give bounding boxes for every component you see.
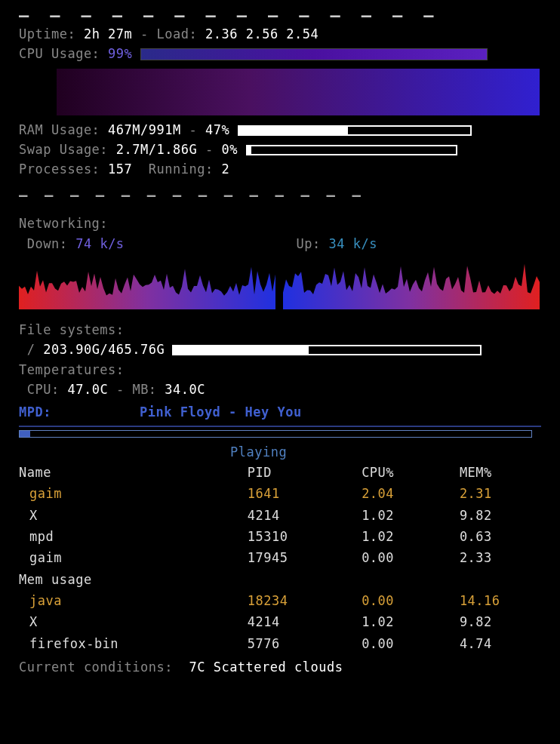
cpu-label: CPU Usage: <box>19 46 100 61</box>
proc-pid: 1641 <box>248 483 362 504</box>
up-graph <box>283 258 540 309</box>
temp-cpu-label: CPU: <box>27 382 60 397</box>
temp-cpu-value: 47.0C <box>67 382 108 397</box>
load-label: Load: <box>157 26 198 42</box>
proc-pid: 4214 <box>248 505 362 526</box>
proc-pid: 17945 <box>248 547 362 568</box>
col-pid: PID <box>248 462 362 483</box>
ram-bar <box>238 125 472 136</box>
cpu-row: CPU Usage: 99% <box>19 44 541 63</box>
temp-label: Temperatures: <box>19 360 541 380</box>
table-row: X 4214 1.02 9.82 <box>19 505 541 526</box>
fs-root-label: / <box>27 342 35 357</box>
proc-cpu: 1.02 <box>362 505 460 526</box>
ram-row: RAM Usage: 467M/991M - 47% <box>19 120 541 140</box>
fs-root-value: 203.90G/465.76G <box>43 342 165 357</box>
proc-mem: 4.74 <box>460 633 541 654</box>
proc-cpu: 1.02 <box>362 526 460 547</box>
ram-label: RAM Usage: <box>19 122 100 137</box>
load-value: 2.36 2.56 2.54 <box>205 26 318 42</box>
top-dashes: —————————————— <box>19 11 541 20</box>
proc-name: X <box>19 505 248 526</box>
mem-usage-label: Mem usage <box>19 569 541 590</box>
cpu-bar-big <box>57 69 540 115</box>
proc-name: firefox-bin <box>19 633 248 654</box>
net-graphs <box>19 258 541 309</box>
proc-name: gaim <box>19 483 248 504</box>
up-label: Up: <box>296 236 320 251</box>
cpu-percent: 99% <box>108 46 132 61</box>
col-mem: MEM% <box>460 462 541 483</box>
running-value: 2 <box>221 161 229 177</box>
proc-row: Processes: 157 Running: 2 <box>19 159 541 179</box>
swap-label: Swap Usage: <box>19 142 108 157</box>
proc-name: mpd <box>19 526 248 547</box>
swap-row: Swap Usage: 2.7M/1.86G - 0% <box>19 140 541 159</box>
down-label: Down: <box>27 236 68 251</box>
proc-pid: 18234 <box>248 590 362 611</box>
cpu-bar-small <box>140 48 488 60</box>
proc-cpu: 0.00 <box>362 590 460 611</box>
mpd-song: Pink Floyd - Hey You <box>140 402 302 422</box>
weather-label: Current conditions: <box>19 659 173 675</box>
proc-name: X <box>19 611 248 632</box>
proc-pid: 5776 <box>248 633 362 654</box>
proc-cpu: 1.02 <box>362 611 460 632</box>
mpd-status: Playing <box>19 442 541 462</box>
table-row: firefox-bin 5776 0.00 4.74 <box>19 633 541 654</box>
mpd-label: MPD: <box>19 402 140 422</box>
mpd-rule <box>19 426 541 427</box>
col-name: Name <box>19 462 248 483</box>
proc-pid: 4214 <box>248 611 362 632</box>
process-table: Name PID CPU% MEM% gaim 1641 2.04 2.31 X… <box>19 462 541 654</box>
temp-row: CPU: 47.0C - MB: 34.0C <box>19 380 541 399</box>
col-cpu: CPU% <box>362 462 460 483</box>
running-label: Running: <box>149 161 214 177</box>
table-header-row: Name PID CPU% MEM% <box>19 462 541 483</box>
proc-mem: 2.33 <box>460 547 541 568</box>
table-row: mpd 15310 1.02 0.63 <box>19 526 541 547</box>
networking-label: Networking: <box>19 214 541 233</box>
ram-percent: 47% <box>205 122 229 137</box>
net-row: Down: 74 k/s Up: 34 k/s <box>19 234 541 254</box>
table-row: X 4214 1.02 9.82 <box>19 611 541 632</box>
swap-value: 2.7M/1.86G <box>116 142 197 157</box>
proc-cpu: 0.00 <box>362 633 460 654</box>
uptime-value: 2h 27m <box>84 26 132 42</box>
swap-percent: 0% <box>221 142 237 157</box>
table-row: gaim 17945 0.00 2.33 <box>19 547 541 568</box>
proc-pid: 15310 <box>248 526 362 547</box>
temp-mb-value: 34.0C <box>165 382 205 397</box>
proc-cpu: 2.04 <box>362 483 460 504</box>
down-graph <box>19 258 275 309</box>
mpd-row: MPD: Pink Floyd - Hey You <box>19 402 541 422</box>
fs-root-row: / 203.90G/465.76G <box>19 340 541 359</box>
fs-bar <box>172 345 482 355</box>
down-value: 74 k/s <box>75 236 124 251</box>
proc-mem: 2.31 <box>460 483 541 504</box>
proc-mem: 14.16 <box>460 590 541 611</box>
mpd-progress-bar <box>19 430 532 438</box>
fs-label: File systems: <box>19 320 541 340</box>
up-value: 34 k/s <box>328 236 377 251</box>
ram-value: 467M/991M <box>108 122 181 137</box>
uptime-label: Uptime: <box>19 26 75 42</box>
proc-name: gaim <box>19 547 248 568</box>
processes-value: 157 <box>108 161 132 177</box>
divider: —————————————— <box>19 184 541 206</box>
proc-mem: 9.82 <box>460 611 541 632</box>
proc-mem: 9.82 <box>460 505 541 526</box>
proc-name: java <box>19 590 248 611</box>
proc-cpu: 0.00 <box>362 547 460 568</box>
weather-value: 7C Scattered clouds <box>189 659 343 675</box>
proc-mem: 0.63 <box>460 526 541 547</box>
swap-bar <box>246 145 457 155</box>
processes-label: Processes: <box>19 161 100 177</box>
uptime-row: Uptime: 2h 27m - Load: 2.36 2.56 2.54 <box>19 24 541 44</box>
table-row: java 18234 0.00 14.16 <box>19 590 541 611</box>
weather-row: Current conditions: 7C Scattered clouds <box>19 657 541 677</box>
table-row: gaim 1641 2.04 2.31 <box>19 483 541 504</box>
temp-mb-label: MB: <box>132 382 156 397</box>
